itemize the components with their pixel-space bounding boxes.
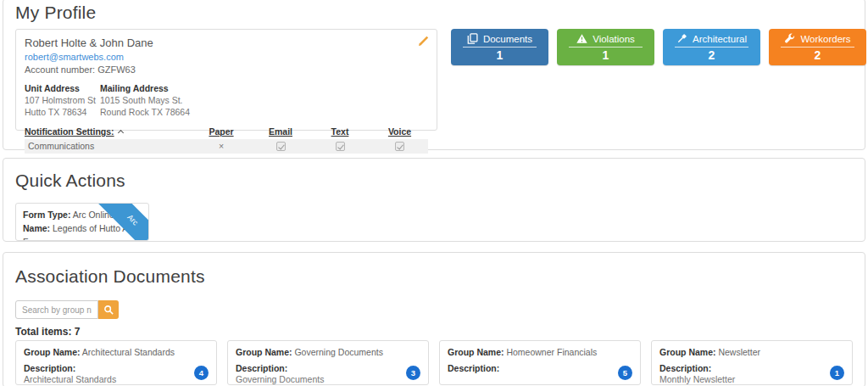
group-name-value: Newsletter [718, 347, 760, 357]
documents-icon [467, 33, 478, 44]
warning-triangle-icon [576, 33, 587, 44]
document-group-card[interactable]: Group Name: Newsletter Description: Mont… [651, 340, 853, 385]
mailing-address-block: Mailing Address 1015 South Mays St. Roun… [100, 82, 190, 119]
arc-form-card[interactable]: Form Type: Arc Online Form Name: Legends… [15, 203, 149, 241]
quick-actions-section: Quick Actions Form Type: Arc Online Form… [3, 158, 865, 242]
document-group-card[interactable]: Group Name: Architectural Standards Desc… [15, 340, 217, 385]
account-number: Account number: GZFW63 [25, 64, 428, 75]
group-name-value: Governing Documents [294, 347, 382, 357]
document-count-badge: 4 [194, 366, 209, 380]
gavel-icon [676, 33, 687, 44]
group-name-value: Architectural Standards [82, 347, 175, 357]
description-label: Description: [448, 363, 632, 373]
unit-address-block: Unit Address 107 Holmstrom St Hutto TX 7… [25, 82, 100, 119]
my-profile-title: My Profile [15, 0, 853, 23]
profile-card: Robert Holte & John Dane robert@smartweb… [15, 29, 437, 131]
my-profile-section: My Profile Robert Holte & John Dane robe… [3, 0, 865, 150]
unit-address-line2: Hutto TX 78634 [25, 106, 100, 118]
group-name-value: Homeowner Financials [506, 347, 597, 357]
sort-ascending-icon [118, 129, 124, 135]
stat-label: Workorders [800, 34, 850, 44]
description-value: Architectural Standards [24, 374, 209, 384]
form-name-label: Name: [23, 223, 50, 233]
document-group-card[interactable]: Group Name: Governing Documents Descript… [227, 340, 429, 385]
stat-count: 2 [663, 48, 760, 62]
portal-dashboard: My Profile Robert Holte & John Dane robe… [0, 0, 868, 384]
workorders-stat-card[interactable]: Workorders 2 [769, 29, 866, 65]
email-checkbox-checked [276, 142, 286, 151]
stat-count: 1 [557, 48, 654, 62]
profile-email-link[interactable]: robert@smartwebs.com [25, 52, 428, 62]
column-header-email[interactable]: Email [251, 126, 310, 137]
group-name-label: Group Name: [448, 347, 504, 357]
column-header-text[interactable]: Text [310, 126, 370, 137]
notification-settings-sort-header[interactable]: Notification Settings: [25, 126, 192, 137]
quick-actions-title: Quick Actions [15, 159, 853, 191]
group-name-label: Group Name: [659, 347, 716, 357]
profile-name: Robert Holte & John Dane [25, 36, 428, 49]
association-documents-section: Association Documents Total items: 7 Gro… [3, 252, 865, 386]
document-group-list: Group Name: Architectural Standards Desc… [15, 340, 853, 385]
association-documents-title: Association Documents [15, 253, 853, 287]
stat-label: Documents [483, 34, 532, 44]
edit-profile-button[interactable] [418, 35, 430, 47]
description-label: Description: [24, 363, 209, 373]
mailing-address-label: Mailing Address [100, 82, 190, 94]
description-label: Description: [236, 363, 420, 373]
description-value: Monthly Newsletter [659, 374, 844, 384]
wrench-icon [784, 33, 795, 44]
notification-settings-table: Notification Settings: Paper Email Text … [25, 126, 428, 154]
mailing-address-line1: 1015 South Mays St. [100, 94, 190, 106]
document-count-badge: 1 [830, 366, 844, 380]
description-value: Governing Documents [236, 374, 420, 384]
stat-cards: Documents 1 Violations 1 [451, 29, 866, 131]
search-icon [103, 305, 114, 315]
pencil-icon [418, 35, 430, 47]
document-group-card[interactable]: Group Name: Homeowner Financials Descrip… [439, 340, 641, 385]
stat-label: Architectural [693, 34, 747, 44]
documents-stat-card[interactable]: Documents 1 [451, 29, 548, 65]
unit-address-label: Unit Address [25, 82, 100, 94]
stat-label: Violations [593, 34, 635, 44]
violations-stat-card[interactable]: Violations 1 [557, 29, 654, 65]
group-name-label: Group Name: [24, 347, 81, 357]
table-row: Communications × [25, 139, 428, 154]
description-label: Description: [659, 363, 844, 373]
architectural-stat-card[interactable]: Architectural 2 [663, 29, 760, 65]
group-name-label: Group Name: [236, 347, 292, 357]
paper-x-mark: × [192, 141, 251, 151]
text-checkbox-checked [336, 142, 345, 151]
unit-address-line1: 107 Holmstrom St [25, 94, 100, 106]
voice-checkbox-checked [395, 142, 404, 151]
search-button[interactable] [98, 300, 119, 319]
document-count-badge: 3 [406, 366, 420, 380]
stat-count: 2 [769, 48, 866, 62]
mailing-address-line2: Round Rock TX 78664 [100, 106, 190, 118]
row-label: Communications [25, 141, 192, 151]
total-items-label: Total items: 7 [15, 326, 853, 338]
column-header-paper[interactable]: Paper [192, 126, 251, 137]
document-count-badge: 5 [618, 366, 632, 380]
stat-count: 1 [451, 48, 548, 62]
form-type-label: Form Type: [23, 210, 70, 220]
search-input[interactable] [15, 300, 98, 319]
column-header-voice[interactable]: Voice [370, 126, 430, 137]
